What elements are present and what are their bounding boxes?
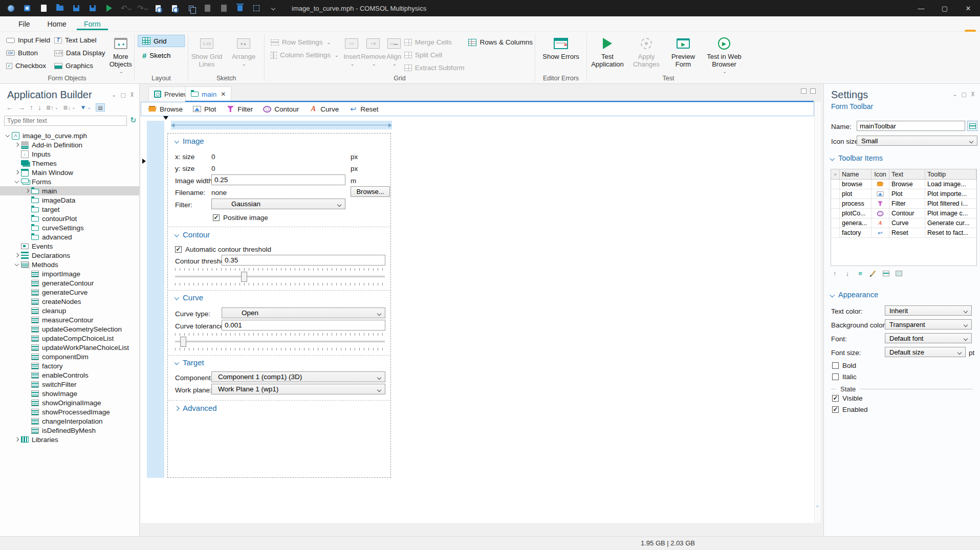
tree-item[interactable]: cleanup xyxy=(0,306,139,315)
item-tooltip-cell[interactable]: Reset to fact... xyxy=(925,228,976,237)
refresh-filter-icon[interactable]: ↻ xyxy=(130,116,137,125)
tree-item[interactable]: factory xyxy=(0,361,139,370)
section-header-target[interactable]: Target xyxy=(175,358,204,367)
tree-expand-icon[interactable] xyxy=(24,343,31,352)
tree-expand-icon[interactable] xyxy=(13,159,21,168)
toolbar-item-row[interactable]: process Filter Plot filtered i... xyxy=(831,199,976,209)
tree-filter-input[interactable] xyxy=(4,116,127,126)
item-text-cell[interactable]: Contour xyxy=(889,209,925,218)
button-button[interactable]: OKButton xyxy=(4,47,52,59)
item-text-cell[interactable]: Filter xyxy=(889,199,925,208)
tree-expand-icon[interactable] xyxy=(24,334,31,343)
redo-icon[interactable]: ↷ xyxy=(137,4,146,13)
curve-tolerance-slider[interactable] xyxy=(175,333,385,350)
extract-subform-button[interactable]: Extract Subform xyxy=(402,61,467,74)
text-color-dropdown[interactable]: Inherit xyxy=(885,305,972,316)
move-up-icon[interactable]: ↑ xyxy=(831,269,839,277)
slider-handle[interactable] xyxy=(241,272,247,282)
tree-expand-icon[interactable] xyxy=(24,214,31,223)
tree-item[interactable]: imageData xyxy=(0,195,139,205)
tree-item[interactable]: Forms xyxy=(0,177,139,186)
tab-form[interactable]: Form xyxy=(77,18,108,30)
item-icon-cell[interactable] xyxy=(872,189,889,199)
tree-item[interactable]: Main Window xyxy=(0,168,139,177)
checkbox-box[interactable] xyxy=(832,406,839,413)
item-name-cell[interactable]: plotCo... xyxy=(840,209,872,218)
add-toggle-item-icon[interactable] xyxy=(895,269,903,277)
positive-image-checkbox[interactable]: Positive image xyxy=(213,214,268,222)
form-toolbar-button[interactable]: Reset xyxy=(349,105,378,113)
tree-item[interactable]: updateWorkPlaneChoiceList xyxy=(0,343,139,352)
tree-expand-icon[interactable] xyxy=(24,389,31,398)
item-tooltip-cell[interactable]: Plot filtered i... xyxy=(925,199,976,208)
toolbar-item-row[interactable]: plot Plot Plot importe... xyxy=(831,189,976,199)
work-plane-dropdown[interactable]: Work Plane 1 (wp1) xyxy=(211,384,385,394)
filter-dropdown[interactable]: Gaussian xyxy=(211,199,345,209)
tree-expand-icon[interactable] xyxy=(13,140,21,149)
select-region-icon[interactable] xyxy=(252,4,261,13)
form-design-surface[interactable]: Image x: size 0 px y: size 0 px Image wi… xyxy=(141,116,814,523)
section-header-appearance[interactable]: Appearance xyxy=(831,291,878,299)
grid-column-header[interactable] xyxy=(171,121,392,129)
icon-size-dropdown[interactable]: Small xyxy=(857,136,977,146)
item-tooltip-cell[interactable]: Load image... xyxy=(925,180,976,189)
checkbox-box[interactable] xyxy=(175,246,182,253)
move-down-icon[interactable]: ↓ xyxy=(843,269,852,277)
tree-expand-icon[interactable] xyxy=(13,260,21,269)
tree-item[interactable]: target xyxy=(0,205,139,214)
section-header-advanced[interactable]: Advanced xyxy=(175,404,217,412)
tree-expand-icon[interactable] xyxy=(24,288,31,297)
save-as-icon[interactable] xyxy=(88,4,97,13)
tree-expand-icon[interactable] xyxy=(24,352,31,361)
tree-expand-icon[interactable] xyxy=(24,205,31,214)
tree-expand-icon[interactable] xyxy=(24,195,31,205)
column-header-text[interactable]: Text xyxy=(889,169,925,179)
item-tooltip-cell[interactable]: Generate cur... xyxy=(925,218,976,228)
maximize-icon[interactable]: ▢ xyxy=(933,0,956,16)
close-icon[interactable]: ✕ xyxy=(956,0,980,16)
customize-toolbar-icon[interactable] xyxy=(268,4,277,13)
preview-report-icon[interactable] xyxy=(170,4,179,13)
bold-checkbox[interactable]: Bold xyxy=(832,362,856,369)
tree-item[interactable]: updateCompChoiceList xyxy=(0,334,139,343)
section-header-contour[interactable]: Contour xyxy=(175,230,210,239)
tree-expand-icon[interactable] xyxy=(13,241,21,251)
delete-icon[interactable] xyxy=(235,4,245,13)
back-icon[interactable]: ← xyxy=(6,103,13,112)
tree-expand-icon[interactable] xyxy=(13,149,21,159)
tree-item[interactable]: Inputs xyxy=(0,149,139,159)
add-item-icon[interactable]: ≡ xyxy=(856,269,864,277)
item-icon-cell[interactable] xyxy=(872,199,889,208)
input-field-button[interactable]: Input Field xyxy=(4,34,52,47)
graphics-button[interactable]: Graphics xyxy=(52,59,107,72)
tab-main[interactable]: main ✕ xyxy=(185,86,231,101)
section-header-image[interactable]: Image xyxy=(175,137,204,145)
tab-home[interactable]: Home xyxy=(40,18,74,30)
open-file-icon[interactable] xyxy=(55,4,64,13)
tree-expand-icon[interactable] xyxy=(4,131,12,140)
item-icon-cell[interactable] xyxy=(872,209,889,218)
tree-expand-icon[interactable] xyxy=(24,398,31,407)
tree-expand-icon[interactable] xyxy=(24,315,31,324)
tree-item[interactable]: updateGeometrySelection xyxy=(0,324,139,334)
rename-helper-button[interactable] xyxy=(967,121,977,131)
toolbar-item-row[interactable]: genera... Curve Generate cur... xyxy=(831,218,976,228)
more-objects-button[interactable]: More Objects⌄ xyxy=(107,34,134,76)
tree-item[interactable]: Add-in Definition xyxy=(0,140,139,149)
tree-expand-icon[interactable] xyxy=(24,370,31,380)
item-tooltip-cell[interactable]: Plot importe... xyxy=(925,189,976,199)
font-size-dropdown[interactable]: Default size xyxy=(885,347,966,357)
move-up-node-icon[interactable]: ↑ xyxy=(30,103,33,112)
new-file-icon[interactable] xyxy=(39,4,48,13)
form-selection-outline[interactable]: Image x: size 0 px y: size 0 px Image wi… xyxy=(167,133,391,478)
node-filter-icon[interactable]: ▼⌄ xyxy=(80,104,91,111)
item-name-cell[interactable]: process xyxy=(840,199,872,208)
form-toolbar-button[interactable]: Contour xyxy=(263,105,299,113)
checkbox-button[interactable]: ✓Checkbox xyxy=(4,59,52,72)
edit-item-icon[interactable] xyxy=(869,269,877,277)
tree-expand-icon[interactable] xyxy=(24,407,31,416)
settings-pin-icon[interactable]: ⊼ xyxy=(971,91,975,98)
tree-item[interactable]: measureContour xyxy=(0,315,139,324)
tree-expand-icon[interactable] xyxy=(24,416,31,426)
minimize-icon[interactable]: — xyxy=(909,0,933,16)
